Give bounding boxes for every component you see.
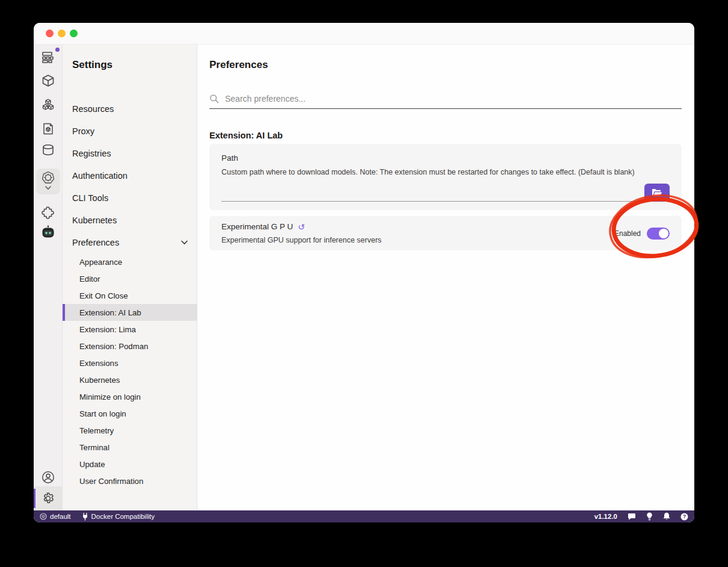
nav-sub-item-start-on-login[interactable]: Start on login	[63, 405, 197, 422]
nav-sub-item-extension-ai-lab[interactable]: Extension: AI Lab	[63, 304, 197, 321]
search-icon	[209, 94, 219, 104]
titlebar	[34, 23, 694, 45]
path-input[interactable]	[221, 186, 638, 202]
nav-item-resources[interactable]: Resources	[63, 98, 197, 120]
path-setting-description: Custom path where to download models. No…	[221, 168, 670, 176]
toggle-knob	[659, 229, 668, 238]
gpu-setting-description: Experimental GPU support for inference s…	[221, 236, 381, 244]
nav-sub-item-kubernetes[interactable]: Kubernetes	[63, 371, 197, 388]
nav-item-registries[interactable]: Registries	[63, 142, 197, 164]
search-input[interactable]	[225, 94, 682, 104]
icon-rail	[34, 45, 63, 510]
svg-text:?: ?	[683, 513, 686, 519]
section-title: Extension: AI Lab	[209, 131, 682, 140]
machine-name: default	[50, 513, 71, 520]
zoom-window-button[interactable]	[70, 29, 78, 37]
pods-icon[interactable]	[40, 98, 56, 111]
nav-sub-item-update[interactable]: Update	[63, 456, 197, 472]
path-setting-card: Path Custom path where to download model…	[209, 144, 682, 210]
docker-compatibility-label: Docker Compatibility	[91, 513, 155, 520]
settings-nav-title: Settings	[63, 45, 197, 71]
help-question-icon[interactable]: ?	[680, 513, 688, 521]
dashboard-notification-dot	[55, 48, 60, 52]
nav-sub-item-extensions[interactable]: Extensions	[63, 355, 197, 371]
chevron-down-icon	[180, 240, 188, 245]
lightbulb-icon[interactable]	[646, 512, 653, 521]
nav-sub-item-minimize-on-login[interactable]: Minimize on login	[63, 388, 197, 405]
images-icon[interactable]	[40, 122, 56, 135]
nav-item-proxy[interactable]: Proxy	[63, 120, 197, 142]
docker-compatibility-item[interactable]: Docker Compatibility	[82, 513, 155, 521]
browse-folder-button[interactable]	[644, 184, 670, 202]
minimize-window-button[interactable]	[58, 29, 66, 37]
nav-sub-item-appearance[interactable]: Appearance	[63, 253, 197, 270]
nav-sub-item-telemetry[interactable]: Telemetry	[63, 422, 197, 439]
machine-status-item[interactable]: default	[40, 513, 71, 520]
ai-lab-robot-icon[interactable]	[40, 225, 56, 238]
plug-icon	[82, 513, 88, 521]
gpu-enabled-toggle[interactable]	[647, 228, 670, 240]
status-bar: default Docker Compatibility v1.12.0	[34, 510, 694, 522]
nav-item-cli-tools[interactable]: CLI Tools	[63, 187, 197, 209]
kubernetes-icon[interactable]	[40, 171, 56, 184]
kubernetes-chevron-down-icon[interactable]	[45, 185, 52, 190]
volumes-icon[interactable]	[40, 143, 56, 156]
settings-gear-icon[interactable]	[34, 486, 63, 510]
nav-sub-item-extension-podman[interactable]: Extension: Podman	[63, 338, 197, 355]
nav-sub-item-extension-lima[interactable]: Extension: Lima	[63, 321, 197, 338]
close-window-button[interactable]	[46, 29, 54, 37]
account-icon[interactable]	[40, 471, 56, 484]
nav-sub-item-exit-on-close[interactable]: Exit On Close	[63, 287, 197, 304]
reset-to-default-icon[interactable]: ↺	[298, 223, 305, 231]
nav-sub-item-user-confirmation[interactable]: User Confirmation	[63, 472, 197, 489]
settings-active-indicator	[34, 489, 35, 508]
nav-item-preferences[interactable]: Preferences	[63, 231, 197, 253]
version-label: v1.12.0	[594, 513, 617, 520]
screen: Settings Resources Proxy Registries Auth…	[0, 0, 728, 567]
feedback-bubble-icon[interactable]	[628, 513, 636, 521]
containers-icon[interactable]	[40, 74, 56, 87]
podman-machine-icon	[40, 513, 47, 520]
page-title: Preferences	[209, 59, 682, 71]
gpu-setting-label: Experimental G P U	[221, 222, 293, 231]
settings-nav: Settings Resources Proxy Registries Auth…	[63, 45, 197, 510]
gpu-setting-card: Experimental G P U ↺ Experimental GPU su…	[209, 216, 682, 250]
path-setting-label: Path	[221, 153, 670, 163]
open-folder-icon	[652, 188, 662, 197]
extensions-puzzle-icon[interactable]	[40, 206, 56, 219]
nav-sub-item-editor[interactable]: Editor	[63, 270, 197, 287]
nav-item-kubernetes[interactable]: Kubernetes	[63, 209, 197, 231]
search-bar	[209, 94, 682, 109]
bell-icon[interactable]	[663, 512, 670, 521]
app-window: Settings Resources Proxy Registries Auth…	[34, 23, 694, 522]
toggle-state-label: Enabled	[614, 229, 641, 238]
kubernetes-rail-selection	[36, 169, 60, 194]
nav-sub-item-terminal[interactable]: Terminal	[63, 439, 197, 456]
nav-item-authentication[interactable]: Authentication	[63, 164, 197, 187]
dashboard-icon[interactable]	[40, 51, 56, 64]
preferences-page: Preferences Extension: AI Lab Path Custo…	[197, 45, 694, 510]
